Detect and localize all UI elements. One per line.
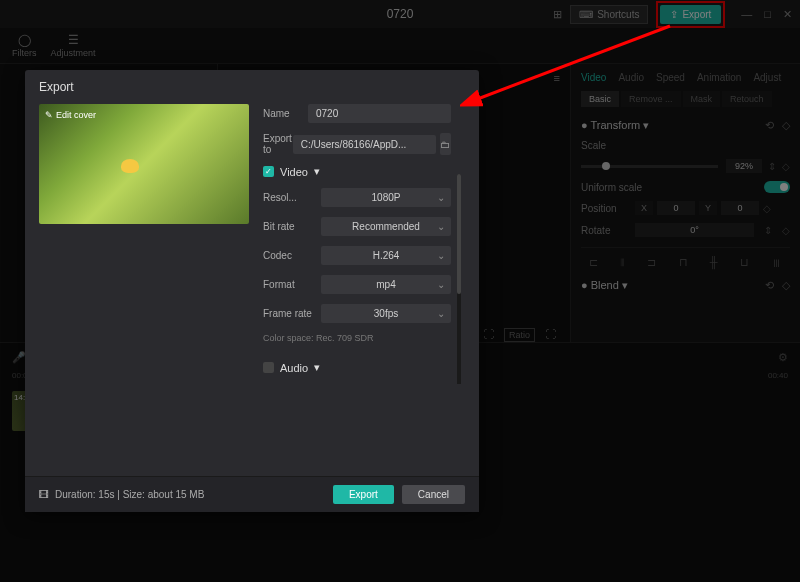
edit-cover-label: Edit cover xyxy=(56,110,96,120)
export-confirm-button[interactable]: Export xyxy=(333,485,394,504)
browse-folder-button[interactable]: 🗀 xyxy=(440,133,451,155)
cover-preview[interactable]: ✎ Edit cover xyxy=(39,104,249,224)
folder-icon: 🗀 xyxy=(440,139,450,150)
name-label: Name xyxy=(263,108,308,119)
exportto-label: Export to xyxy=(263,133,293,155)
film-icon: 🎞 xyxy=(39,489,49,500)
format-label: Format xyxy=(263,279,321,290)
bitrate-select[interactable]: Recommended xyxy=(321,217,451,236)
video-section-label: Video xyxy=(280,166,308,178)
edit-cover-button[interactable]: ✎ Edit cover xyxy=(45,110,96,120)
export-dialog: Export ✎ Edit cover Name Export to 🗀 xyxy=(25,70,479,512)
duration-info: Duration: 15s | Size: about 15 MB xyxy=(55,489,204,500)
pencil-icon: ✎ xyxy=(45,110,53,120)
dialog-scrollbar[interactable] xyxy=(457,174,461,384)
name-input[interactable] xyxy=(308,104,451,123)
framerate-select[interactable]: 30fps xyxy=(321,304,451,323)
dialog-title: Export xyxy=(25,70,479,104)
audio-section-toggle[interactable]: Audio ▾ xyxy=(263,361,451,374)
codec-select[interactable]: H.264 xyxy=(321,246,451,265)
bitrate-label: Bit rate xyxy=(263,221,321,232)
resolution-label: Resol... xyxy=(263,192,321,203)
framerate-label: Frame rate xyxy=(263,308,321,319)
chevron-down-icon: ▾ xyxy=(314,361,320,374)
video-section-toggle[interactable]: ✓ Video ▾ xyxy=(263,165,451,178)
video-checkbox[interactable]: ✓ xyxy=(263,166,274,177)
format-select[interactable]: mp4 xyxy=(321,275,451,294)
resolution-select[interactable]: 1080P xyxy=(321,188,451,207)
exportto-input[interactable] xyxy=(293,135,436,154)
audio-checkbox[interactable] xyxy=(263,362,274,373)
colorspace-note: Color space: Rec. 709 SDR xyxy=(263,333,451,343)
chevron-down-icon: ▾ xyxy=(314,165,320,178)
audio-section-label: Audio xyxy=(280,362,308,374)
codec-label: Codec xyxy=(263,250,321,261)
cancel-button[interactable]: Cancel xyxy=(402,485,465,504)
